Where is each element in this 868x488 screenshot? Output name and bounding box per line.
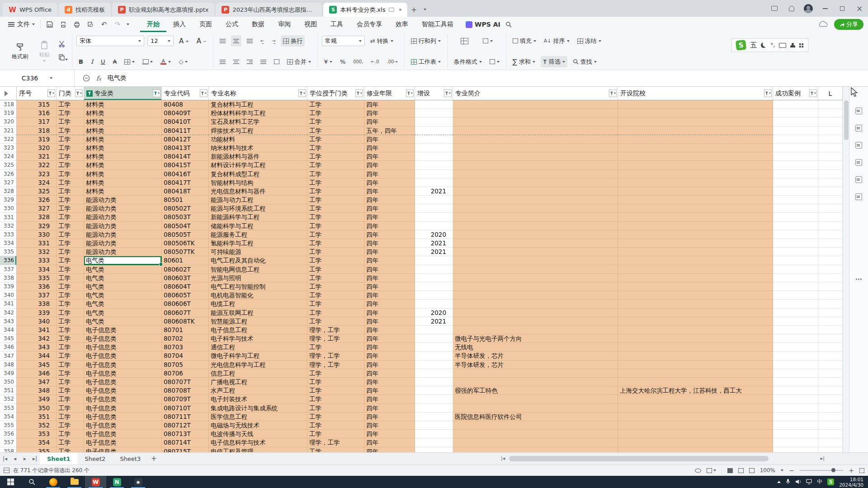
freeze-button[interactable]: 冻结 bbox=[575, 35, 604, 47]
cell[interactable]: 四年 bbox=[364, 438, 415, 447]
cell[interactable]: 工学 bbox=[57, 213, 84, 221]
cell[interactable] bbox=[773, 317, 818, 326]
cell[interactable] bbox=[453, 317, 618, 326]
cell[interactable] bbox=[618, 274, 773, 282]
cell[interactable]: 080606T bbox=[162, 300, 209, 308]
row-header-351[interactable]: 351 bbox=[0, 386, 17, 395]
tab-layout-icon[interactable] bbox=[389, 8, 394, 12]
cell[interactable]: 工学 bbox=[57, 413, 84, 421]
column-header-7[interactable]: 修业年限 bbox=[364, 87, 415, 100]
sort-button[interactable]: A↓排序 bbox=[542, 35, 572, 47]
cell[interactable]: 电子信息类 bbox=[84, 430, 162, 438]
cell[interactable]: 工学 bbox=[307, 178, 364, 187]
cell[interactable]: 通信工程 bbox=[209, 343, 307, 352]
cell[interactable]: 080712T bbox=[162, 421, 209, 430]
cell[interactable]: 四年 bbox=[364, 447, 415, 453]
cell[interactable]: 工学 bbox=[57, 343, 84, 352]
cell[interactable]: 329 bbox=[17, 222, 57, 230]
cell[interactable] bbox=[618, 170, 773, 178]
cell[interactable] bbox=[453, 378, 618, 386]
cell[interactable]: 工学 bbox=[57, 196, 84, 204]
row-header-337[interactable]: 337 bbox=[0, 265, 17, 274]
cell[interactable]: 工学 bbox=[307, 170, 364, 178]
cell[interactable]: 080603T bbox=[162, 274, 209, 282]
cell[interactable]: 347 bbox=[17, 378, 57, 386]
document-tab[interactable]: P2023年山西高考填报志愿指南_赠送版 bbox=[216, 3, 322, 17]
conditional-format-button[interactable]: 条件格式 bbox=[452, 56, 484, 67]
cell[interactable] bbox=[818, 100, 843, 109]
row-header-329[interactable]: 329 bbox=[0, 196, 17, 204]
row-header-323[interactable]: 323 bbox=[0, 144, 17, 152]
prev-sheet-button[interactable]: ◂ bbox=[10, 453, 20, 465]
cell[interactable] bbox=[453, 187, 618, 196]
row-header-356[interactable]: 356 bbox=[0, 430, 17, 438]
cell[interactable]: 080415T bbox=[162, 161, 209, 169]
cell[interactable]: 工学 bbox=[307, 196, 364, 204]
fx-icon[interactable]: fx bbox=[96, 75, 101, 82]
cell[interactable]: 344 bbox=[17, 352, 57, 360]
ribbon-tab-工具[interactable]: 工具 bbox=[324, 17, 350, 32]
cell[interactable]: 080604T bbox=[162, 282, 209, 291]
bold-button[interactable]: B bbox=[76, 56, 85, 67]
cell[interactable]: 工学 bbox=[57, 352, 84, 360]
cell[interactable]: 四年 bbox=[364, 213, 415, 221]
cell[interactable] bbox=[618, 421, 773, 430]
cell[interactable] bbox=[453, 204, 618, 213]
cell[interactable]: 工学 bbox=[57, 204, 84, 213]
cell[interactable]: 材料类 bbox=[84, 117, 162, 126]
cell[interactable] bbox=[773, 170, 818, 178]
cell[interactable]: 346 bbox=[17, 369, 57, 378]
cell[interactable]: 工学 bbox=[307, 386, 364, 395]
first-sheet-button[interactable]: |◂ bbox=[0, 453, 10, 465]
close-button[interactable]: × bbox=[854, 5, 864, 13]
font-name-select[interactable]: 宋体 bbox=[76, 36, 144, 46]
cell[interactable]: 半导体研发，芯片 bbox=[453, 352, 618, 360]
cell[interactable]: 理学，工学 bbox=[307, 334, 364, 343]
cell[interactable] bbox=[818, 196, 843, 204]
cell[interactable]: 工学 bbox=[307, 204, 364, 213]
quickbar-caret-icon[interactable] bbox=[127, 23, 129, 25]
cell[interactable] bbox=[618, 343, 773, 352]
cell[interactable]: 智能材料与结构 bbox=[209, 178, 307, 187]
cell[interactable]: 电气工程与智能控制 bbox=[209, 282, 307, 291]
more-tools-icon[interactable] bbox=[855, 278, 862, 280]
sheet-tab-Sheet1[interactable]: Sheet1 bbox=[40, 453, 78, 465]
cell[interactable] bbox=[415, 256, 453, 265]
cell[interactable]: 工学 bbox=[57, 109, 84, 117]
cell[interactable]: 322 bbox=[17, 161, 57, 169]
volume-icon[interactable] bbox=[795, 478, 801, 486]
cell[interactable]: 工学 bbox=[307, 447, 364, 453]
cell[interactable] bbox=[453, 222, 618, 230]
cell[interactable] bbox=[818, 300, 843, 308]
cell[interactable]: 复合材料成型工程 bbox=[209, 170, 307, 178]
save-button[interactable] bbox=[45, 20, 54, 29]
cell[interactable] bbox=[618, 265, 773, 274]
row-header-327[interactable]: 327 bbox=[0, 178, 17, 187]
cell[interactable]: 工学 bbox=[57, 161, 84, 169]
cell[interactable] bbox=[773, 274, 818, 282]
cell[interactable]: 工学 bbox=[57, 152, 84, 161]
cell[interactable]: 医院信息科医疗软件公司 bbox=[453, 413, 618, 421]
cell[interactable]: 317 bbox=[17, 117, 57, 126]
hidden-icons-chevron[interactable] bbox=[777, 481, 781, 483]
cell[interactable]: 光电信息材料与器件 bbox=[209, 187, 307, 196]
row-header-355[interactable]: 355 bbox=[0, 421, 17, 430]
cell[interactable]: 材料类 bbox=[84, 170, 162, 178]
cell[interactable]: 微电子与光电子两个方向 bbox=[453, 334, 618, 343]
cell[interactable] bbox=[773, 352, 818, 360]
cell[interactable]: 四年 bbox=[364, 404, 415, 413]
vertical-scrollbar[interactable] bbox=[843, 87, 849, 452]
cell[interactable]: 080502T bbox=[162, 204, 209, 213]
taskbar-recorder-button[interactable]: ◉ bbox=[127, 476, 149, 488]
cell[interactable] bbox=[773, 152, 818, 161]
horizontal-scroll-thumb[interactable] bbox=[509, 456, 769, 461]
cell[interactable] bbox=[773, 413, 818, 421]
row-header-332[interactable]: 332 bbox=[0, 222, 17, 230]
cell[interactable]: 四年 bbox=[364, 248, 415, 256]
cell[interactable]: 350 bbox=[17, 404, 57, 413]
cell[interactable]: 医学信息工程 bbox=[209, 413, 307, 421]
cell[interactable] bbox=[618, 109, 773, 117]
cell[interactable] bbox=[773, 144, 818, 152]
cell[interactable]: 四年 bbox=[364, 300, 415, 308]
cell[interactable]: 工学 bbox=[57, 135, 84, 144]
